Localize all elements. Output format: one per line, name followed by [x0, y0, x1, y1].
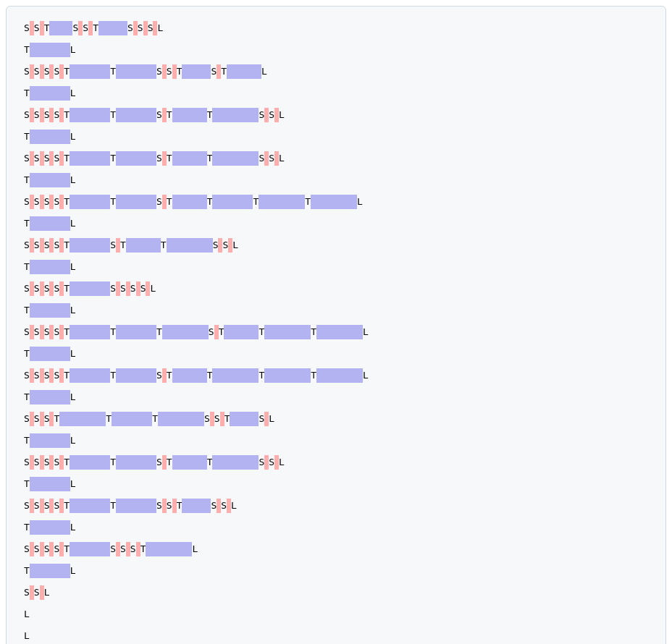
token-t-label: T: [64, 195, 70, 209]
token-t-label: T: [305, 195, 311, 209]
token-t-label: T: [207, 108, 213, 122]
t-bar: [182, 64, 211, 79]
sequence-row: SSSSTSSSSL: [24, 281, 648, 296]
t-bar: [70, 455, 110, 470]
token-t-label: T: [177, 499, 182, 513]
token-s-label: S: [24, 585, 30, 600]
t-bar: [112, 412, 152, 426]
sequence-row: SSSSTTSTTTTL: [24, 195, 648, 209]
token-t-label: T: [64, 108, 70, 122]
t-bar: [116, 108, 156, 122]
token-s-label: S: [34, 238, 40, 253]
t-bar: [30, 477, 70, 491]
t-bar: [212, 455, 259, 470]
token-l-label: L: [70, 260, 76, 274]
token-s-label: S: [44, 412, 50, 426]
t-bar: [264, 325, 311, 339]
token-t-label: T: [259, 325, 264, 339]
t-bar: [311, 195, 357, 209]
t-bar: [30, 43, 70, 57]
token-s-label: S: [130, 281, 136, 296]
t-bar: [30, 433, 70, 448]
token-s-label: S: [156, 151, 162, 166]
token-t-label: T: [253, 195, 259, 209]
t-bar: [212, 368, 259, 383]
token-t-label: T: [311, 368, 316, 383]
token-s-label: S: [130, 542, 136, 556]
token-l-label: L: [70, 477, 76, 491]
token-t-label: T: [93, 21, 98, 35]
token-s-label: S: [34, 281, 40, 296]
token-s-label: S: [259, 412, 264, 426]
token-t-label: T: [120, 238, 126, 253]
token-l-label: L: [24, 629, 30, 643]
token-t-label: T: [24, 43, 30, 57]
token-s-label: S: [54, 368, 59, 383]
token-t-label: T: [64, 325, 70, 339]
token-s-label: S: [44, 325, 50, 339]
token-s-label: S: [214, 412, 220, 426]
t-bar: [30, 347, 70, 361]
token-l-label: L: [231, 499, 237, 513]
sequence-row: SSSSTTSSTSTL: [24, 64, 648, 79]
token-s-label: S: [24, 151, 30, 166]
token-s-label: S: [44, 238, 50, 253]
sequence-row: TL: [24, 347, 648, 361]
token-t-label: T: [311, 325, 316, 339]
token-s-label: S: [34, 412, 40, 426]
token-s-label: S: [24, 108, 30, 122]
t-bar: [116, 368, 156, 383]
t-bar: [70, 151, 110, 166]
token-t-label: T: [24, 130, 30, 144]
sequence-row: L: [24, 607, 648, 622]
token-s-label: S: [54, 108, 59, 122]
token-t-label: T: [167, 368, 172, 383]
token-s-label: S: [167, 64, 172, 79]
t-bar: [70, 281, 110, 296]
token-t-label: T: [167, 108, 172, 122]
t-bar: [316, 325, 363, 339]
token-l-label: L: [269, 412, 274, 426]
token-s-label: S: [110, 238, 116, 253]
t-bar: [70, 195, 110, 209]
sequence-row: SSSSTTSTTSSL: [24, 151, 648, 166]
t-bar: [116, 455, 156, 470]
token-s-label: S: [120, 281, 126, 296]
token-s-label: S: [120, 542, 126, 556]
token-t-label: T: [110, 195, 116, 209]
t-bar: [259, 195, 305, 209]
token-t-label: T: [207, 151, 213, 166]
token-s-label: S: [72, 21, 78, 35]
token-s-label: S: [24, 368, 30, 383]
token-s-label: S: [24, 412, 30, 426]
token-l-label: L: [70, 216, 76, 231]
token-s-label: S: [34, 108, 40, 122]
sequence-row: L: [24, 629, 648, 643]
t-bar: [212, 151, 259, 166]
t-bar: [172, 368, 207, 383]
token-s-label: S: [34, 542, 40, 556]
t-bar: [172, 195, 207, 209]
sequence-row: SSSSTTSTTTTL: [24, 368, 648, 383]
token-s-label: S: [156, 64, 162, 79]
token-t-label: T: [161, 238, 167, 253]
token-t-label: T: [167, 195, 172, 209]
token-t-label: T: [24, 86, 30, 101]
token-l-label: L: [70, 173, 76, 187]
token-s-label: S: [204, 412, 210, 426]
token-t-label: T: [24, 260, 30, 274]
token-l-label: L: [279, 455, 285, 470]
sequence-row: SSL: [24, 585, 648, 600]
token-s-label: S: [54, 238, 59, 253]
sequence-row: TL: [24, 390, 648, 404]
token-s-label: S: [24, 21, 30, 35]
token-t-label: T: [24, 390, 30, 404]
token-s-label: S: [156, 195, 162, 209]
token-s-label: S: [44, 64, 50, 79]
token-s-label: S: [148, 21, 154, 35]
token-t-label: T: [24, 477, 30, 491]
sequence-row: TL: [24, 303, 648, 318]
token-l-label: L: [357, 195, 363, 209]
token-l-label: L: [70, 43, 76, 57]
sequence-row: TL: [24, 564, 648, 578]
